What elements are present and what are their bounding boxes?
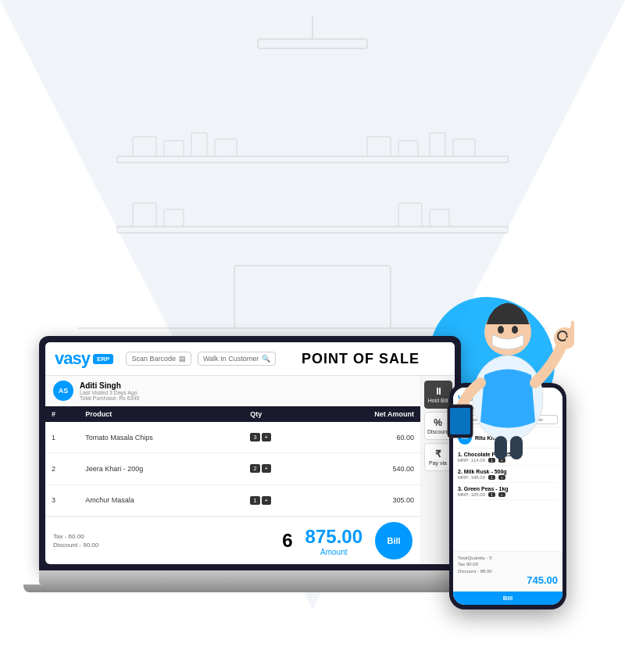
qty-value: 3 [250,433,259,441]
phone-footer-text: TotalQuantity - 5 Tax 90.00 Discount - 8… [458,555,558,574]
laptop-base [39,570,461,584]
phone-item-mrp-3: MRP: 325.00 1 + [458,492,558,497]
phone-tax: Tax 90.00 [458,561,558,567]
svg-rect-0 [258,39,367,48]
laptop-screen: vasy ERP Scan Barcode ▤ Walk In Customer… [39,336,461,570]
phone-item-name-3: 3. Green Peas - 1kg [458,486,558,491]
col-qty: Qty [244,406,313,422]
qty-value: 1 [250,496,259,505]
scan-barcode-input[interactable]: Scan Barcode ▤ [126,352,191,366]
amount-label: Amount [305,548,362,556]
customer-name: Aditi Singh [80,381,412,390]
qty-plus[interactable]: + [262,464,272,473]
svg-rect-26 [495,436,507,459]
bill-button[interactable]: Bill [375,522,412,559]
phone-total-qty: TotalQuantity - 5 [458,555,558,561]
row-num: 1 [45,422,79,453]
customer-avatar: AS [53,381,73,401]
phone-discount: Discount - 88.00 [458,568,558,574]
row-num: 2 [45,453,79,484]
svg-rect-25 [450,408,470,434]
discount-line: Discount - 90.00 [53,541,282,549]
table-row: 3 Amchur Masala 1 + 305.00 [45,484,420,516]
svg-rect-14 [398,203,422,227]
tax-line: Tax - 60.00 [53,532,282,541]
svg-rect-2 [117,156,508,163]
pos-header: vasy ERP Scan Barcode ▤ Walk In Customer… [45,342,455,376]
walk-in-input[interactable]: Walk In Customer 🔍 [198,352,276,366]
pos-app: vasy ERP Scan Barcode ▤ Walk In Customer… [45,342,455,564]
svg-rect-9 [398,141,418,156]
brand-name: vasy [55,349,90,369]
phone-item-2: 2. Milk Rusk - 500g MRP: 348.00 1 + [458,469,558,483]
phone-item-mrp-2: MRP: 348.00 1 + [458,475,558,480]
svg-rect-7 [215,139,237,156]
svg-rect-27 [510,436,523,459]
col-num: # [45,406,79,422]
row-product: Amchur Masala [79,484,244,516]
laptop-foot [23,584,477,592]
phone-qty-plus-2[interactable]: + [498,475,505,480]
amount-value: 875.00 [305,526,362,548]
svg-rect-11 [453,139,475,156]
customer-bar: AS Aditi Singh Last Visited 3 Days Ago T… [45,376,420,406]
row-product: Tomato Masala Chips [79,422,244,453]
svg-rect-5 [164,141,184,156]
walk-label: Walk In Customer [203,355,259,363]
phone-item-3: 3. Green Peas - 1kg MRP: 325.00 1 + [458,486,558,500]
qty-plus[interactable]: + [262,496,272,505]
row-qty: 1 + [244,484,313,516]
row-num: 3 [45,484,79,516]
phone-qty-2: 1 [488,475,495,480]
svg-point-21 [512,326,518,334]
total-qty: 6 [282,530,292,552]
person-illustration [441,242,574,461]
col-product: Product [79,406,244,422]
row-amount: 60.00 [313,422,420,453]
svg-rect-17 [234,266,391,328]
barcode-label: Scan Barcode [131,355,176,363]
qty-plus[interactable]: + [262,433,272,441]
svg-rect-6 [191,133,207,156]
mrp-label-3: MRP: 325.00 [458,492,485,497]
tax-discount-info: Tax - 60.00 Discount - 90.00 [53,532,282,549]
phone-footer: TotalQuantity - 5 Tax 90.00 Discount - 8… [453,551,562,589]
phone-total-amount: 745.00 [458,574,558,586]
pos-footer: Tax - 60.00 Discount - 90.00 6 875.00 Am… [45,517,420,564]
phone-amount-value: 745.00 [527,574,558,586]
svg-rect-15 [430,209,449,227]
pay-via-label: Pay via [429,460,447,466]
total-amount: 875.00 Amount [305,526,362,556]
phone-bill-button[interactable]: Bill [453,592,562,605]
barcode-icon: ▤ [179,355,186,363]
table-row: 1 Tomato Masala Chips 3 + 60.00 [45,422,420,453]
svg-rect-8 [367,137,391,156]
svg-point-20 [498,326,504,334]
erp-badge: ERP [93,354,113,364]
row-product: Jeera Khari - 200g [79,453,244,484]
phone-qty-plus-3[interactable]: + [498,492,505,497]
search-icon: 🔍 [262,355,270,363]
vasy-logo: vasy ERP [55,349,113,369]
qty-value: 2 [250,464,259,473]
svg-rect-13 [164,209,184,227]
pos-title: POINT OF SALE [276,351,445,367]
customer-total-purchase: Total Purchase: Rs 6349 [80,395,412,401]
row-qty: 2 + [244,453,313,484]
svg-rect-4 [133,137,156,156]
mrp-label-2: MRP: 348.00 [458,475,485,480]
pos-content: AS Aditi Singh Last Visited 3 Days Ago T… [45,376,420,564]
customer-last-visited: Last Visited 3 Days Ago [80,390,412,395]
phone-qty-3: 1 [488,492,495,497]
laptop: vasy ERP Scan Barcode ▤ Walk In Customer… [39,336,461,602]
col-amount: Net Amount [313,406,420,422]
svg-rect-10 [430,133,445,156]
row-amount: 305.00 [313,484,420,516]
svg-rect-3 [117,227,508,233]
pos-controls: Scan Barcode ▤ Walk In Customer 🔍 [126,352,276,366]
svg-rect-12 [133,203,156,227]
phone-item-name-2: 2. Milk Rusk - 500g [458,469,558,474]
table-row: 2 Jeera Khari - 200g 2 + 540.00 [45,453,420,484]
row-amount: 540.00 [313,453,420,484]
row-qty: 3 + [244,422,313,453]
